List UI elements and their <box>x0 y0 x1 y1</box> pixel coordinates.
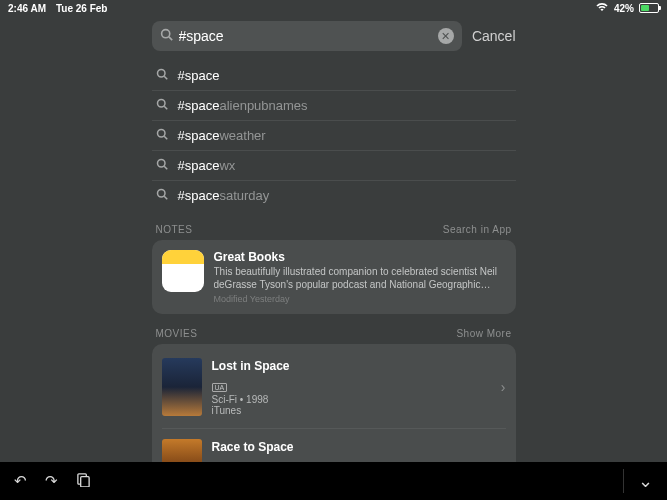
dismiss-keyboard-button[interactable]: ⌄ <box>638 470 653 492</box>
search-icon <box>156 188 168 203</box>
svg-line-5 <box>164 106 167 109</box>
clear-search-button[interactable]: ✕ <box>438 28 454 44</box>
chevron-right-icon: › <box>501 379 506 395</box>
movie-rating: UA <box>212 383 228 392</box>
note-result[interactable]: Great Books This beautifully illustrated… <box>162 250 506 304</box>
svg-line-3 <box>164 76 167 79</box>
search-in-app-link[interactable]: Search in App <box>443 224 512 235</box>
separator <box>623 469 624 493</box>
svg-point-4 <box>157 100 165 108</box>
battery-percent: 42% <box>614 3 634 14</box>
svg-line-9 <box>164 166 167 169</box>
suggestion-item[interactable]: #spacealienpubnames <box>152 91 516 121</box>
movie-title: Race to Space <box>212 440 491 454</box>
paste-button[interactable] <box>76 472 91 490</box>
svg-line-7 <box>164 136 167 139</box>
movie-poster <box>162 358 202 416</box>
note-modified: Modified Yesterday <box>214 294 506 304</box>
svg-rect-13 <box>81 477 89 487</box>
svg-point-8 <box>157 160 165 168</box>
svg-line-1 <box>168 37 171 40</box>
search-icon <box>156 128 168 143</box>
search-icon <box>156 68 168 83</box>
search-field[interactable]: ✕ <box>152 21 462 51</box>
show-more-link[interactable]: Show More <box>456 328 511 339</box>
search-icon <box>156 158 168 173</box>
wifi-icon <box>595 2 609 14</box>
keyboard-toolbar: ↶ ↷ ⌄ <box>0 462 667 500</box>
search-input[interactable] <box>179 28 432 44</box>
search-suggestions: #space#spacealienpubnames#spaceweather#s… <box>152 61 516 210</box>
search-icon <box>160 28 173 44</box>
suggestion-item[interactable]: #spacesaturday <box>152 181 516 210</box>
svg-point-0 <box>161 30 169 38</box>
svg-line-11 <box>164 196 167 199</box>
status-date: Tue 26 Feb <box>56 3 108 14</box>
battery-icon <box>639 3 659 13</box>
status-bar: 2:46 AM Tue 26 Feb 42% <box>0 0 667 16</box>
cancel-button[interactable]: Cancel <box>472 28 516 44</box>
redo-button[interactable]: ↷ <box>45 472 58 490</box>
movies-section-title: MOVIES <box>156 328 198 339</box>
suggestion-item[interactable]: #spacewx <box>152 151 516 181</box>
movie-source: iTunes <box>212 405 491 416</box>
svg-point-2 <box>157 70 165 78</box>
suggestion-item[interactable]: #space <box>152 61 516 91</box>
notes-section-title: NOTES <box>156 224 193 235</box>
movie-title: Lost in Space <box>212 359 491 373</box>
suggestion-item[interactable]: #spaceweather <box>152 121 516 151</box>
svg-point-10 <box>157 190 165 198</box>
note-preview: This beautifully illustrated companion t… <box>214 266 506 291</box>
status-time: 2:46 AM <box>8 3 46 14</box>
note-title: Great Books <box>214 250 506 264</box>
notes-app-icon <box>162 250 204 292</box>
undo-button[interactable]: ↶ <box>14 472 27 490</box>
svg-point-6 <box>157 130 165 138</box>
movie-result[interactable]: Lost in SpaceUASci-Fi • 1998iTunes› <box>162 354 506 420</box>
movie-meta: Sci-Fi • 1998 <box>212 394 491 405</box>
search-icon <box>156 98 168 113</box>
